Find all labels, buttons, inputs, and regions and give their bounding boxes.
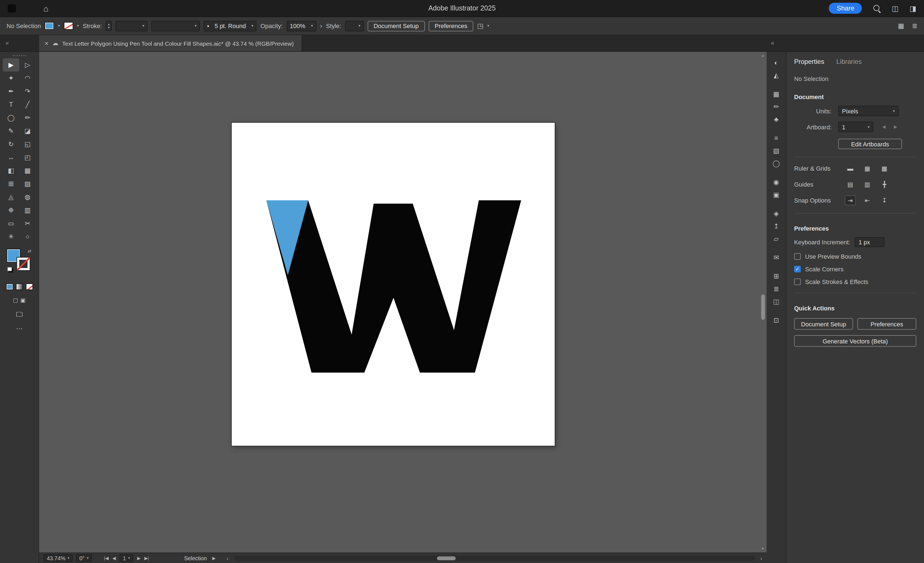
zoom-tool[interactable]: ○: [19, 230, 36, 243]
lasso-tool[interactable]: ◠: [19, 72, 36, 85]
fill-stroke-widget[interactable]: ⇄: [7, 249, 32, 276]
vertical-scrollbar-thumb[interactable]: [761, 294, 765, 320]
width-tool[interactable]: ↔: [3, 151, 19, 164]
transparency-grid-icon[interactable]: ▩: [879, 164, 890, 173]
zoom-level-dropdown[interactable]: 43.74% ▾: [44, 554, 73, 562]
artboard-tool[interactable]: ▭: [3, 217, 19, 230]
color-mode-gradient-icon[interactable]: [16, 284, 23, 290]
direct-selection-tool[interactable]: ▷: [19, 59, 36, 72]
stroke-panel-icon[interactable]: ≡: [769, 132, 783, 144]
next-artboard-icon[interactable]: ▶: [137, 555, 140, 560]
stroke-weight-stepper[interactable]: ▴ ▾: [106, 21, 112, 31]
scroll-left-icon[interactable]: ‹: [227, 555, 229, 561]
collapse-toolbar-icon[interactable]: «: [6, 40, 9, 46]
snap-to-pixel-icon[interactable]: ↧: [879, 195, 890, 205]
rotation-dropdown[interactable]: 0° ▾: [76, 554, 92, 562]
edit-artboards-button[interactable]: Edit Artboards: [838, 139, 902, 149]
pen-tool[interactable]: ✒: [3, 85, 19, 98]
grid-icon[interactable]: ▦: [862, 164, 873, 173]
draw-behind-mode-icon[interactable]: ▣: [20, 295, 26, 305]
first-artboard-icon[interactable]: |◀: [104, 555, 108, 560]
pathfinder-panel-icon[interactable]: ◫: [769, 295, 783, 308]
brush-definition-dropdown[interactable]: • 5 pt. Round ▾: [204, 21, 257, 31]
slice-tool[interactable]: ✂: [19, 217, 36, 230]
symbol-sprayer-tool[interactable]: ❉: [3, 204, 19, 217]
horizontal-scrollbar-thumb[interactable]: [437, 556, 456, 560]
arrange-documents-icon[interactable]: ▦: [898, 22, 904, 30]
stroke-color-box[interactable]: [16, 257, 30, 271]
panels-toggle-icon[interactable]: ◨: [909, 4, 916, 12]
color-panel-icon[interactable]: ◐: [769, 56, 783, 69]
snap-to-point-icon[interactable]: ⇥: [845, 195, 856, 205]
collapse-dock-icon[interactable]: «: [771, 40, 774, 46]
pattern-options-panel-icon[interactable]: ⊞: [769, 270, 783, 282]
shape-builder-tool[interactable]: ◧: [3, 164, 19, 177]
eraser-tool[interactable]: ◪: [19, 125, 36, 138]
navigator-panel-icon[interactable]: ⊡: [769, 314, 783, 326]
scroll-up-icon[interactable]: ▲: [761, 54, 764, 57]
quick-document-setup-button[interactable]: Document Setup: [794, 318, 853, 330]
search-icon[interactable]: [873, 5, 881, 12]
document-tab[interactable]: × ☁ Text Letter Polygon Using Pen Tool a…: [39, 35, 302, 51]
gradient-tool[interactable]: ▨: [19, 177, 36, 191]
brushes-panel-icon[interactable]: ✏: [769, 100, 783, 113]
symbols-panel-icon[interactable]: ♣: [769, 113, 783, 126]
gradient-panel-icon[interactable]: ▧: [769, 144, 783, 157]
ruler-icon[interactable]: ▬: [845, 164, 856, 173]
curvature-tool[interactable]: ↷: [19, 85, 36, 98]
mesh-tool[interactable]: ⊞: [3, 177, 19, 191]
artboard[interactable]: [232, 123, 555, 446]
scale-corners-checkbox-box[interactable]: ✓: [794, 266, 801, 272]
last-artboard-icon[interactable]: ▶|: [144, 555, 149, 560]
draw-normal-mode-icon[interactable]: ▢: [13, 295, 18, 305]
snap-to-guides-icon[interactable]: ╋: [879, 179, 890, 189]
color-mode-fill-icon[interactable]: [6, 284, 13, 290]
units-dropdown[interactable]: Pixels ▾: [838, 106, 898, 116]
app-icon[interactable]: [8, 4, 16, 12]
artboard-number-dropdown[interactable]: 1 ▾: [120, 554, 134, 562]
artboards-panel-icon[interactable]: ▱: [769, 232, 783, 245]
previous-artboard-icon[interactable]: ◀: [882, 125, 885, 129]
scroll-right-icon[interactable]: ›: [760, 555, 762, 561]
change-screen-mode-icon[interactable]: ▢: [15, 311, 23, 318]
stroke-color-swatch[interactable]: [64, 22, 73, 30]
stroke-dropdown-icon[interactable]: ▾: [77, 24, 79, 28]
home-icon[interactable]: ⌂: [44, 4, 48, 13]
pencil-tool[interactable]: ✎: [3, 125, 19, 138]
asset-export-panel-icon[interactable]: ↥: [769, 219, 783, 232]
stroke-weight-dropdown[interactable]: ▾: [116, 21, 148, 31]
vertical-scrollbar[interactable]: ▲ ▼: [759, 52, 766, 552]
workspace-switcher-icon[interactable]: ◫: [892, 4, 898, 12]
use-preview-bounds-checkbox[interactable]: Use Preview Bounds: [794, 253, 916, 260]
arrange-dropdown-icon[interactable]: ▾: [488, 24, 489, 28]
scale-strokes-effects-checkbox-box[interactable]: [794, 278, 801, 285]
tab-libraries[interactable]: Libraries: [836, 58, 861, 66]
align-panel-icon[interactable]: ≣: [769, 282, 783, 295]
status-menu-arrow-icon[interactable]: ▶: [212, 555, 216, 560]
keyboard-increment-field[interactable]: 1 px: [855, 237, 884, 247]
opacity-dropdown[interactable]: 100% ▾: [286, 21, 316, 31]
show-guides-icon[interactable]: ▤: [845, 179, 856, 189]
stepper-up-icon[interactable]: ▴: [108, 23, 110, 26]
perspective-grid-tool[interactable]: ▦: [19, 164, 36, 177]
tab-properties[interactable]: Properties: [794, 58, 824, 66]
share-button[interactable]: Share: [829, 3, 862, 14]
layers-panel-icon[interactable]: ◈: [769, 207, 783, 219]
edit-toolbar-icon[interactable]: ⋯: [16, 325, 22, 332]
selection-tool[interactable]: ▶: [3, 59, 19, 72]
comments-panel-icon[interactable]: ✉: [769, 251, 783, 264]
column-graph-tool[interactable]: ▥: [19, 204, 36, 217]
color-guide-panel-icon[interactable]: ◭: [769, 69, 783, 81]
default-fill-stroke-icon[interactable]: [7, 267, 12, 271]
hand-tool[interactable]: ✳: [3, 230, 19, 243]
scroll-down-icon[interactable]: ▼: [761, 547, 764, 550]
graphic-styles-panel-icon[interactable]: ▣: [769, 188, 783, 201]
opacity-panel-arrow-icon[interactable]: ›: [320, 23, 322, 29]
fill-color-swatch[interactable]: [45, 22, 54, 30]
appearance-panel-icon[interactable]: ◉: [769, 176, 783, 188]
previous-artboard-icon[interactable]: ◀: [112, 555, 116, 560]
blend-tool[interactable]: ◍: [19, 191, 36, 204]
transparency-panel-icon[interactable]: ◯: [769, 157, 783, 170]
line-segment-tool[interactable]: ╱: [19, 98, 36, 111]
preferences-button[interactable]: Preferences: [429, 21, 474, 31]
